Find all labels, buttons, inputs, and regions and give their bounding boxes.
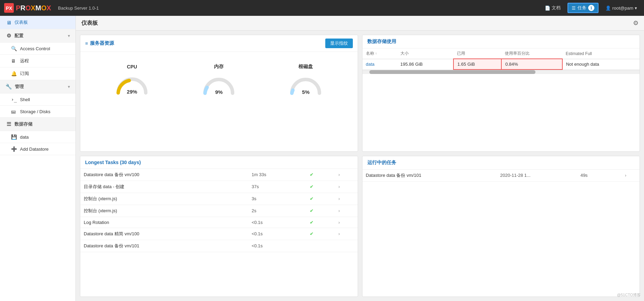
col-usage-pct-header[interactable]: 使用率百分比 [501,49,562,59]
sidebar-config-label: 配置 [14,33,23,39]
shell-icon: ›_ [11,97,17,102]
sidebar-item-shell[interactable]: ›_ Shell [0,94,75,106]
running-task-nav-arrow[interactable]: › [622,170,640,182]
memory-gauge-container: 9% [200,73,238,95]
disk-gauge: 根磁盘 5% [287,64,325,95]
storage-cell-usage-pct: 0.84% [501,59,562,69]
docs-button[interactable]: 📄 文档 [542,3,563,12]
running-tasks-body: Datastore data 备份 vm/101 2020-11-28 1...… [362,170,640,182]
memory-value: 9% [215,89,223,95]
task-name: Datastore data 备份 vm/100 [80,169,248,181]
data-icon: 💾 [11,134,17,140]
longest-tasks-body: Datastore data 备份 vm/100 1m 33s ✔› 目录存储 … [80,169,358,252]
content-grid: ≡ 服务器资源 显示指纹 CPU [76,31,644,301]
task-status: ✔ [306,205,335,217]
settings-icon[interactable]: ⚙ [633,19,638,27]
storage-scrollbar-thumb [369,70,536,74]
access-control-icon: 🔍 [11,46,17,51]
main-content: 仪表板 ⚙ ≡ 服务器资源 显示指纹 CPU [76,16,644,301]
sidebar-item-add-datastore[interactable]: ➕ Add Datastore [0,143,75,155]
cpu-label: CPU [127,64,137,69]
user-icon: 👤 [605,6,611,11]
memory-gauge: 内存 9% [200,64,238,95]
tasks-label: 任务 [577,5,586,11]
sidebar-item-data[interactable]: 💾 data [0,131,75,143]
task-duration: 3s [248,193,306,205]
task-nav-arrow[interactable]: › [335,181,358,193]
server-resources-header: ≡ 服务器资源 显示指纹 [80,35,358,52]
data-storage-panel: 数据存储使用 名称 ↑ 大小 已用 使用率百分比 [362,35,640,152]
user-menu-button[interactable]: 👤 root@pam ▾ [603,4,640,12]
task-duration: 2s [248,205,306,217]
sidebar-item-dashboard[interactable]: 🖥 仪表板 [0,16,75,29]
task-nav-arrow[interactable]: › [335,217,358,228]
storage-cell-used: 1.65 GiB [453,59,501,69]
task-duration: <0.1s [248,217,306,228]
sidebar-shell-label: Shell [20,97,30,102]
task-nav-arrow[interactable]: › [335,205,358,217]
task-status: ✔ [306,193,335,205]
product-subtitle: Backup Server 1.0-1 [58,6,99,11]
task-duration: <0.1s [248,240,306,252]
tasks-button[interactable]: ☰ 任务 1 [568,3,599,13]
task-name: Datastore data 精简 vm/100 [80,228,248,240]
cpu-gauge-container: 29% [113,72,151,95]
sidebar-access-control-label: Access Control [20,46,50,51]
storage-scrollbar[interactable] [362,70,640,74]
sidebar-section-datastorage: ☰ 数据存储 [0,118,75,131]
tasks-badge: 1 [588,5,594,11]
sidebar-item-subscription[interactable]: 🔔 订阅 [0,67,75,80]
storage-disks-icon: 🖴 [11,109,17,114]
sidebar-section-config: ⚙ 配置 ▾ [0,29,75,43]
task-nav-arrow[interactable]: › [335,193,358,205]
task-row: Datastore data 备份 vm/100 1m 33s ✔› [80,169,358,181]
task-nav-arrow [335,240,358,252]
running-tasks-panel: 运行中的任务 Datastore data 备份 vm/101 2020-11-… [362,156,640,297]
config-arrow: ▾ [68,34,70,38]
sidebar-add-datastore-label: Add Datastore [20,147,49,152]
col-used-header[interactable]: 已用 [453,49,501,59]
longest-tasks-header: Longest Tasks (30 days) [80,156,358,169]
task-nav-arrow[interactable]: › [335,228,358,240]
task-name: 控制台 (xterm.js) [80,193,248,205]
sidebar-management-label: 管理 [15,84,24,90]
col-size-header[interactable]: 大小 [397,49,454,59]
show-metrics-button[interactable]: 显示指纹 [325,39,353,48]
page-title: 仪表板 [81,20,98,27]
logo-text: PROXMOX [16,4,51,12]
task-status [306,240,335,252]
app-body: 🖥 仪表板 ⚙ 配置 ▾ 🔍 Access Control 🖥 远程 🔔 订阅 … [0,16,644,301]
docs-icon: 📄 [545,6,550,11]
server-resources-body: CPU 29% [80,52,358,107]
cpu-gauge: CPU 29% [113,64,151,95]
task-name: 目录存储 data - 创建 [80,181,248,193]
sidebar-dashboard-label: 仪表板 [14,19,28,25]
task-nav-arrow[interactable]: › [335,169,358,181]
task-duration: 37s [248,181,306,193]
sidebar-data-label: data [20,135,29,140]
remote-icon: 🖥 [11,58,17,64]
col-name-label: 名称 [366,51,374,56]
task-name: Log Rotation [80,217,248,228]
header: PX PROXMOX Backup Server 1.0-1 📄 文档 ☰ 任务… [0,0,644,16]
server-resources-icon: ≡ [85,41,88,46]
col-estimated-full-header[interactable]: Estimated Full [562,49,640,59]
storage-cell-name: data [362,59,397,69]
docs-label: 文档 [552,5,561,11]
longest-tasks-table: Datastore data 备份 vm/100 1m 33s ✔› 目录存储 … [80,169,358,252]
sidebar-item-access-control[interactable]: 🔍 Access Control [0,43,75,55]
longest-tasks-title: Longest Tasks (30 days) [85,160,141,165]
task-status: ✔ [306,228,335,240]
running-tasks-table: Datastore data 备份 vm/101 2020-11-28 1...… [362,170,640,182]
running-task-row: Datastore data 备份 vm/101 2020-11-28 1...… [362,170,640,182]
sidebar-remote-label: 远程 [20,58,29,64]
storage-cell-size: 195.86 GiB [397,59,454,69]
proxmox-logo-icon: PX [4,3,14,13]
col-name-header[interactable]: 名称 ↑ [362,49,397,59]
sidebar-item-storage-disks[interactable]: 🖴 Storage / Disks [0,106,75,118]
storage-table: 名称 ↑ 大小 已用 使用率百分比 Estimated Full data [362,49,640,70]
task-row: Log Rotation <0.1s ✔› [80,217,358,228]
management-icon: 🔧 [6,84,12,90]
sidebar-item-remote[interactable]: 🖥 远程 [0,55,75,67]
page-header: 仪表板 ⚙ [76,16,644,31]
